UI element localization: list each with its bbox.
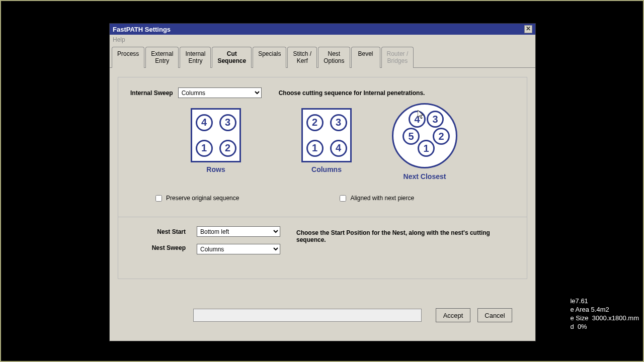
tab-internal-entry[interactable]: Internal Entry bbox=[180, 47, 211, 68]
nest-sweep-label: Nest Sweep bbox=[130, 244, 186, 251]
diagram-next-cell: 4 bbox=[409, 111, 426, 128]
preserve-sequence-checkbox[interactable]: Preserve original sequence bbox=[155, 195, 239, 202]
diagram-cols-label: Columns bbox=[301, 165, 352, 173]
diagram-next-closest: 4 3 5 2 1 Next Closest bbox=[392, 108, 457, 180]
diagram-rows-cell: 1 bbox=[196, 140, 213, 157]
aligned-pierce-input[interactable] bbox=[340, 195, 346, 202]
tabstrip: Process External Entry Internal Entry Cu… bbox=[110, 46, 535, 68]
diagram-next-label: Next Closest bbox=[392, 172, 457, 180]
nest-sweep-select[interactable]: Columns bbox=[197, 244, 280, 254]
nest-start-select[interactable]: Bottom left bbox=[197, 226, 280, 237]
diagram-rows-cell: 4 bbox=[196, 114, 213, 131]
nest-start-label: Nest Start bbox=[130, 228, 186, 235]
tab-bevel[interactable]: Bevel bbox=[351, 47, 380, 68]
diagram-cols-cell: 1 bbox=[306, 140, 324, 157]
diagram-rows-label: Rows bbox=[191, 165, 241, 173]
close-icon[interactable]: ✕ bbox=[524, 25, 532, 33]
tab-router-bridges[interactable]: Router / Bridges bbox=[381, 47, 414, 68]
tab-process[interactable]: Process bbox=[112, 47, 144, 68]
accept-button[interactable]: Accept bbox=[436, 308, 470, 322]
internal-sweep-label: Internal Sweep bbox=[130, 89, 173, 97]
diagram-rows-cell: 2 bbox=[219, 140, 236, 157]
internal-sweep-hint: Choose cutting sequence for Internal pen… bbox=[279, 89, 425, 97]
dialog-footer: Accept Cancel bbox=[118, 306, 527, 322]
diagram-next-cell: 2 bbox=[433, 128, 450, 145]
tab-nest-options[interactable]: Nest Options bbox=[318, 47, 350, 68]
titlebar: FastPATH Settings ✕ bbox=[110, 24, 535, 35]
cancel-button[interactable]: Cancel bbox=[477, 308, 512, 322]
diagram-cols-cell: 3 bbox=[330, 114, 347, 131]
panel-divider bbox=[118, 217, 527, 217]
diagram-rows: 4 3 1 2 Rows bbox=[191, 108, 241, 180]
cut-sequence-panel: Internal Sweep Columns Choose cutting se… bbox=[118, 77, 527, 279]
menu-help[interactable]: Help bbox=[113, 36, 125, 43]
tab-external-entry[interactable]: External Entry bbox=[145, 47, 179, 68]
diagram-next-cell: 5 bbox=[403, 128, 420, 145]
tab-specials[interactable]: Specials bbox=[253, 47, 286, 68]
tab-cut-sequence[interactable]: Cut Sequence bbox=[212, 47, 252, 68]
window-title: FastPATH Settings bbox=[113, 26, 171, 33]
diagram-cols-cell: 2 bbox=[306, 114, 324, 131]
tab-stitch-kerf[interactable]: Stitch / Kerf bbox=[287, 47, 317, 68]
diagram-next-cell: 3 bbox=[427, 111, 444, 128]
diagram-cols-cell: 4 bbox=[330, 140, 347, 157]
settings-dialog: FastPATH Settings ✕ Help Process Externa… bbox=[109, 23, 536, 341]
status-bar bbox=[193, 309, 422, 322]
checkbox-row: Preserve original sequence Aligned with … bbox=[130, 195, 515, 202]
preserve-sequence-input[interactable] bbox=[155, 195, 162, 202]
diagram-next-cell: 1 bbox=[418, 140, 435, 157]
aligned-pierce-checkbox[interactable]: Aligned with next pierce bbox=[340, 195, 414, 202]
internal-sweep-select[interactable]: Columns bbox=[178, 87, 262, 98]
diagram-columns: 2 3 1 4 Columns bbox=[301, 108, 352, 180]
background-status-text: le7.61 e Area 5.4m2 e Size 3000.x1800.mm… bbox=[570, 297, 639, 331]
diagram-rows-cell: 3 bbox=[219, 114, 236, 131]
content-area: Internal Sweep Columns Choose cutting se… bbox=[110, 68, 535, 329]
menubar: Help bbox=[110, 35, 535, 45]
diagram-row: 4 3 1 2 Rows 2 3 1 4 Columns bbox=[130, 108, 515, 180]
nest-hint: Choose the Start Position for the Nest, … bbox=[296, 226, 508, 254]
